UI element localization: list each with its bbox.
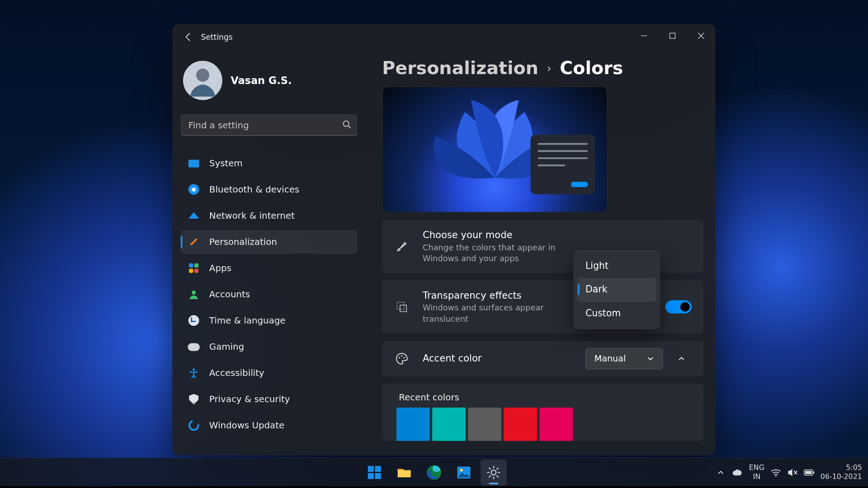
titlebar: Settings — [172, 24, 715, 50]
sidebar-item-label: Network & internet — [209, 211, 295, 221]
preview-window-card — [531, 135, 595, 194]
main-content: Personalization › Colors — [365, 50, 715, 455]
color-swatch[interactable] — [468, 408, 501, 441]
mode-option-custom[interactable]: Custom — [577, 301, 656, 325]
wifi-icon[interactable] — [770, 467, 781, 478]
chevron-down-icon — [647, 355, 654, 362]
recent-colors-section: Recent colors — [382, 384, 703, 441]
mode-option-light[interactable]: Light — [577, 254, 656, 278]
sidebar-item-apps[interactable]: Apps — [181, 256, 357, 280]
svg-rect-7 — [400, 305, 407, 312]
sidebar: Vasan G.S. System ✱Bluetooth & devices N… — [172, 50, 365, 455]
search-icon — [342, 120, 351, 131]
color-swatch[interactable] — [539, 408, 573, 441]
mode-option-dark[interactable]: Dark — [577, 278, 656, 302]
accent-mode-select[interactable]: Manual — [585, 348, 663, 369]
sidebar-item-label: System — [209, 158, 243, 169]
svg-point-8 — [399, 357, 400, 358]
svg-point-17 — [460, 469, 463, 471]
select-value: Manual — [594, 354, 626, 363]
card-subtitle: Change the colors that appear in Windows… — [423, 242, 578, 263]
svg-rect-12 — [375, 466, 381, 472]
monitor-icon — [188, 157, 199, 169]
edge-button[interactable] — [421, 459, 447, 485]
sidebar-item-label: Time & language — [209, 315, 286, 326]
sidebar-item-label: Gaming — [209, 342, 244, 352]
volume-mute-icon[interactable] — [787, 467, 798, 478]
sidebar-item-label: Accounts — [209, 289, 250, 300]
sidebar-item-privacy[interactable]: Privacy & security — [181, 387, 357, 411]
settings-window: Settings Vasan G.S. — [172, 24, 715, 455]
color-swatch[interactable] — [396, 408, 430, 441]
onedrive-icon[interactable] — [732, 467, 743, 478]
sidebar-item-personalization[interactable]: Personalization — [181, 230, 357, 254]
preview-pane — [382, 86, 607, 213]
chevron-right-icon: › — [547, 61, 552, 75]
breadcrumb-parent[interactable]: Personalization — [382, 57, 538, 78]
battery-icon[interactable] — [804, 467, 815, 478]
sidebar-item-label: Personalization — [209, 237, 277, 248]
sidebar-item-label: Accessibility — [209, 368, 264, 379]
sidebar-item-label: Bluetooth & devices — [209, 184, 299, 195]
sidebar-item-bluetooth[interactable]: ✱Bluetooth & devices — [181, 178, 357, 202]
language-indicator[interactable]: ENG IN — [749, 463, 764, 481]
svg-point-5 — [193, 369, 195, 371]
sidebar-item-label: Windows Update — [209, 420, 284, 431]
nav-list: System ✱Bluetooth & devices Network & in… — [181, 151, 357, 437]
svg-point-18 — [491, 470, 496, 475]
close-button[interactable] — [687, 24, 715, 48]
svg-rect-21 — [805, 471, 811, 474]
color-swatch[interactable] — [432, 408, 466, 441]
svg-point-10 — [403, 357, 405, 358]
sidebar-item-accounts[interactable]: Accounts — [181, 282, 357, 306]
minimize-button[interactable] — [630, 24, 658, 48]
photos-button[interactable] — [451, 459, 477, 485]
avatar — [183, 61, 222, 100]
sidebar-item-accessibility[interactable]: Accessibility — [181, 361, 357, 385]
svg-rect-11 — [368, 466, 374, 472]
recent-colors-title: Recent colors — [396, 392, 689, 403]
card-title: Choose your mode — [423, 230, 692, 241]
settings-button[interactable] — [481, 459, 507, 485]
color-swatch[interactable] — [504, 408, 537, 441]
brush-icon — [394, 239, 410, 254]
svg-rect-14 — [375, 473, 381, 479]
card-subtitle: Windows and surfaces appear translucent — [423, 302, 578, 324]
sidebar-item-label: Privacy & security — [209, 394, 290, 405]
collapse-button[interactable] — [671, 348, 692, 369]
svg-point-2 — [196, 69, 209, 82]
sidebar-item-update[interactable]: Windows Update — [181, 413, 357, 437]
start-button[interactable] — [361, 459, 387, 485]
search-input[interactable] — [181, 114, 357, 136]
svg-rect-0 — [670, 33, 675, 38]
clock-icon — [188, 314, 199, 326]
maximize-button[interactable] — [658, 24, 687, 48]
paintbrush-icon — [188, 236, 199, 248]
transparency-toggle[interactable] — [665, 300, 692, 314]
svg-point-4 — [192, 291, 196, 295]
app-title: Settings — [201, 33, 232, 42]
wifi-icon — [188, 210, 199, 221]
file-explorer-button[interactable] — [391, 459, 417, 485]
taskbar: ENG IN 5:05 06-10-2021 — [0, 458, 868, 486]
update-icon — [188, 419, 199, 431]
svg-point-3 — [343, 121, 349, 127]
shield-icon — [188, 393, 199, 405]
svg-point-9 — [401, 355, 402, 357]
bluetooth-icon: ✱ — [188, 183, 199, 195]
sidebar-item-network[interactable]: Network & internet — [181, 204, 357, 228]
profile-name: Vasan G.S. — [231, 75, 292, 86]
sidebar-item-time[interactable]: Time & language — [181, 309, 357, 333]
card-title: Accent color — [423, 353, 572, 364]
sidebar-item-system[interactable]: System — [181, 151, 357, 175]
accessibility-icon — [188, 367, 199, 379]
transparency-icon — [394, 299, 410, 314]
tray-expand-icon[interactable] — [716, 467, 726, 478]
profile-block[interactable]: Vasan G.S. — [181, 57, 357, 108]
sidebar-item-gaming[interactable]: Gaming — [181, 335, 357, 359]
gamepad-icon — [188, 341, 199, 352]
clock[interactable]: 5:05 06-10-2021 — [821, 463, 862, 481]
person-icon — [188, 288, 199, 300]
svg-rect-6 — [397, 302, 404, 310]
back-button[interactable] — [178, 27, 198, 47]
